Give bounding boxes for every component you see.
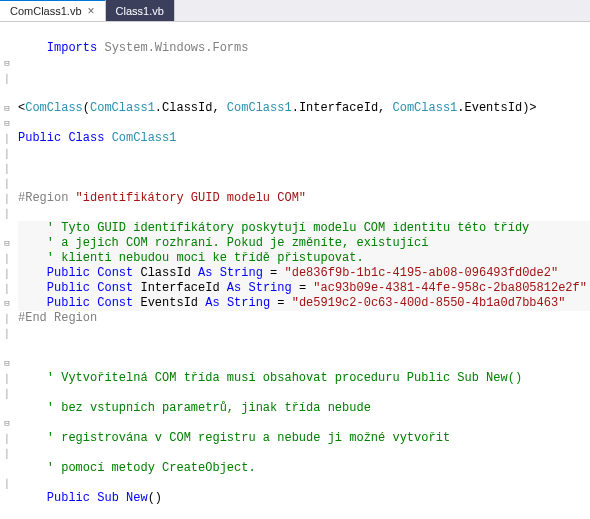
namespace: System.Windows.Forms bbox=[97, 41, 248, 55]
code-editor[interactable]: Imports System.Windows.Forms <ComClass(C… bbox=[14, 22, 590, 519]
fold-line: │ bbox=[0, 161, 14, 176]
fold-line: │ bbox=[0, 446, 14, 461]
editor-container: ComClass1.vb × Class1.vb ⊟ │ ⊟ ⊟ │ │ │ │… bbox=[0, 0, 590, 519]
punct: ( bbox=[83, 101, 90, 115]
region-directive: #Region bbox=[18, 191, 76, 205]
fold-line: │ bbox=[0, 266, 14, 281]
fold-toggle[interactable]: ⊟ bbox=[0, 101, 14, 116]
close-icon[interactable]: × bbox=[88, 4, 95, 18]
string-literal: "de836f9b-1b1c-4195-ab08-096493fd0de2" bbox=[285, 266, 559, 280]
comment: ' a jejich COM rozhraní. Pokud je změnít… bbox=[47, 236, 429, 250]
fold-line: │ bbox=[0, 371, 14, 386]
fold-line: │ bbox=[0, 71, 14, 86]
region-name: "identifikátory GUID modelu COM" bbox=[76, 191, 306, 205]
endregion-directive: #End Region bbox=[18, 311, 97, 325]
fold-line: │ bbox=[0, 146, 14, 161]
comment: ' bez vstupních parametrů, jinak třída n… bbox=[47, 401, 371, 415]
fold-blank bbox=[0, 401, 14, 416]
fold-blank bbox=[0, 341, 14, 356]
comment: ' Tyto GUID identifikátory poskytují mod… bbox=[47, 221, 529, 235]
fold-toggle[interactable]: ⊟ bbox=[0, 116, 14, 131]
tab-class1[interactable]: Class1.vb bbox=[106, 0, 175, 21]
fold-toggle[interactable]: ⊟ bbox=[0, 56, 14, 71]
fold-line: │ bbox=[0, 131, 14, 146]
fold-line: │ bbox=[0, 311, 14, 326]
fold-toggle[interactable]: ⊟ bbox=[0, 416, 14, 431]
comment: ' klienti nebudou moci ke třídě přistupo… bbox=[47, 251, 364, 265]
fold-blank bbox=[0, 26, 14, 41]
fold-line: │ bbox=[0, 431, 14, 446]
fold-toggle[interactable]: ⊟ bbox=[0, 236, 14, 251]
fold-blank bbox=[0, 221, 14, 236]
fold-line: │ bbox=[0, 281, 14, 296]
fold-line: │ bbox=[0, 176, 14, 191]
outline-column: ⊟ │ ⊟ ⊟ │ │ │ │ │ │ ⊟ │ │ │ ⊟ │ │ ⊟ │ │ … bbox=[0, 22, 14, 519]
fold-blank bbox=[0, 461, 14, 476]
fold-line: │ bbox=[0, 206, 14, 221]
fold-blank bbox=[0, 41, 14, 56]
comment: ' pomocí metody CreateObject. bbox=[47, 461, 256, 475]
fold-toggle[interactable]: ⊟ bbox=[0, 296, 14, 311]
string-literal: "de5919c2-0c63-400d-8550-4b1a0d7bb463" bbox=[292, 296, 566, 310]
fold-blank bbox=[0, 86, 14, 101]
keyword: Imports bbox=[47, 41, 97, 55]
code-area: ⊟ │ ⊟ ⊟ │ │ │ │ │ │ ⊟ │ │ │ ⊟ │ │ ⊟ │ │ … bbox=[0, 22, 590, 519]
type: ComClass1 bbox=[90, 101, 155, 115]
comment: ' Vytvořitelná COM třída musí obsahovat … bbox=[47, 371, 522, 385]
tab-bar: ComClass1.vb × Class1.vb bbox=[0, 0, 590, 22]
fold-line: │ bbox=[0, 191, 14, 206]
string-literal: "ac93b09e-4381-44fe-958c-2ba805812e2f" bbox=[313, 281, 587, 295]
tab-label: ComClass1.vb bbox=[10, 5, 82, 17]
fold-toggle[interactable]: ⊟ bbox=[0, 356, 14, 371]
fold-line: │ bbox=[0, 326, 14, 341]
type: ComClass bbox=[25, 101, 83, 115]
comment: ' registrována v COM registru a nebude j… bbox=[47, 431, 450, 445]
fold-line: │ bbox=[0, 386, 14, 401]
fold-line: │ bbox=[0, 476, 14, 491]
tab-comclass1[interactable]: ComClass1.vb × bbox=[0, 0, 106, 21]
fold-line: │ bbox=[0, 251, 14, 266]
tab-label: Class1.vb bbox=[116, 5, 164, 17]
